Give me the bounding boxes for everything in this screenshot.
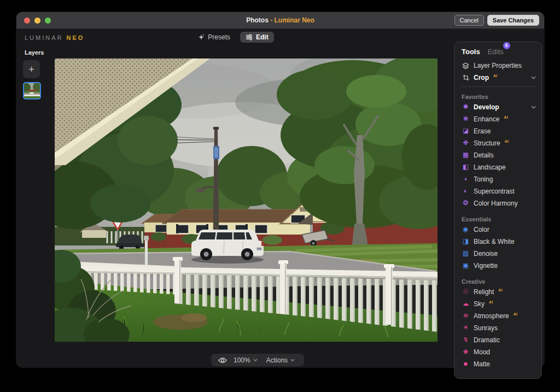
tool-item-label: Relight (474, 288, 494, 296)
crop-icon (462, 74, 470, 81)
zoom-level-dropdown[interactable]: 100% (231, 356, 260, 364)
section-heading-creative: Creative (462, 277, 536, 286)
tool-item-develop[interactable]: ✺ Develop (462, 101, 536, 113)
window-title-document: Luminar Neo (275, 16, 314, 24)
ai-badge: AI (493, 74, 498, 78)
relight-icon: ☉ (462, 289, 470, 295)
preview-toggle-button[interactable] (218, 357, 227, 364)
tool-item-layer-properties[interactable]: Layer Properties (462, 60, 536, 72)
tool-item-denoise[interactable]: ▨ Denoise (462, 248, 536, 260)
chevron-down-icon (290, 359, 295, 361)
presets-button[interactable]: Presets (194, 32, 235, 43)
dramatic-icon: ↯ (462, 337, 470, 343)
zoom-level-value: 100% (234, 356, 250, 364)
tool-item-dramatic[interactable]: ↯ Dramatic (462, 334, 536, 346)
supercontrast-icon: ◐ (462, 188, 470, 195)
edit-label: Edit (256, 33, 269, 41)
viewport-toolbar: 100% Actions (211, 354, 304, 366)
panel-divider (462, 86, 535, 87)
tab-edits-label: Edits (488, 48, 504, 56)
black-white-icon: ◨ (462, 238, 470, 245)
tool-item-erase[interactable]: ◪ Erase (462, 125, 536, 137)
sunrays-icon: ☀ (462, 325, 470, 331)
window-title-separator: - Luminar Neo (270, 16, 314, 24)
minimize-window-button[interactable] (34, 17, 40, 24)
photo-image (55, 58, 438, 342)
tool-item-label: Denoise (474, 250, 498, 258)
tool-item-atmosphere[interactable]: ≋ AtmosphereAI (462, 310, 536, 322)
tool-item-color-harmony[interactable]: ❂ Color Harmony (462, 197, 536, 209)
chevron-down-icon (253, 359, 258, 361)
tool-item-label: Develop (474, 103, 499, 111)
ai-badge: AI (514, 312, 518, 316)
ai-badge: AI (489, 300, 493, 304)
ai-badge: AI (504, 115, 508, 119)
edit-button[interactable]: Edit (240, 32, 274, 43)
tool-item-label: Color (474, 226, 489, 233)
tool-item-supercontrast[interactable]: ◐ Supercontrast (462, 185, 536, 197)
layers-stack-icon (462, 62, 470, 69)
tool-item-color[interactable]: ◉ Color (462, 224, 536, 236)
matte-icon: ■ (462, 361, 470, 367)
tool-item-toning[interactable]: ◗ Toning (462, 173, 536, 185)
title-bar: Photos - Luminar Neo Cancel Save Changes (16, 12, 544, 29)
enhance-icon: ❋ (462, 116, 470, 122)
tool-item-label: Black & White (474, 238, 515, 245)
section-heading-favorites: Favorites (462, 92, 536, 101)
color-harmony-icon: ❂ (462, 200, 470, 207)
tab-edits[interactable]: Edits 5 (488, 48, 504, 56)
zoom-window-button[interactable] (45, 17, 51, 24)
denoise-icon: ▨ (462, 250, 470, 257)
actions-dropdown[interactable]: Actions (264, 356, 297, 364)
app-window: Photos - Luminar Neo Cancel Save Changes… (16, 12, 544, 367)
sliders-icon (246, 34, 253, 40)
tool-item-label: Layer Properties (474, 62, 522, 69)
layers-panel-title: Layers (25, 49, 44, 56)
tool-item-enhance[interactable]: ❋ EnhanceAI (462, 113, 536, 125)
tool-item-matte[interactable]: ■ Matte (462, 358, 536, 370)
tool-item-details[interactable]: ▦ Details (462, 149, 536, 161)
chevron-down-icon (531, 76, 536, 79)
sky-icon: ☁ (462, 301, 470, 307)
tool-item-vignette[interactable]: ▣ Vignette (462, 260, 536, 272)
tool-item-mood[interactable]: ❀ Mood (462, 346, 536, 358)
edits-count-badge: 5 (503, 42, 510, 49)
tool-item-label: Dramatic (474, 336, 500, 344)
ai-badge: AI (505, 139, 509, 143)
tool-item-relight[interactable]: ☉ RelightAI (462, 286, 536, 298)
tool-item-landscape[interactable]: ◧ Landscape (462, 161, 536, 173)
tool-item-label: Details (474, 151, 494, 159)
tool-item-black-and-white[interactable]: ◨ Black & White (462, 236, 536, 248)
tool-item-label: Color Harmony (474, 200, 518, 207)
tool-item-label: Mood (474, 348, 490, 356)
tool-item-label: Erase (474, 127, 491, 135)
layer-thumbnail-image (24, 83, 40, 98)
tab-tools[interactable]: Tools (462, 48, 480, 56)
cancel-button[interactable]: Cancel (454, 15, 484, 26)
landscape-icon: ◧ (462, 164, 470, 171)
atmosphere-icon: ≋ (462, 313, 470, 319)
tool-item-label: Enhance (474, 115, 499, 123)
add-layer-button[interactable]: + (23, 60, 40, 78)
tool-item-sky[interactable]: ☁ SkyAI (462, 298, 536, 310)
tool-item-crop[interactable]: CropAI (462, 72, 536, 84)
details-icon: ▦ (462, 152, 470, 159)
presets-label: Presets (208, 33, 230, 41)
tool-item-sunrays[interactable]: ☀ Sunrays (462, 322, 536, 334)
photo-canvas[interactable] (55, 58, 438, 342)
tool-item-label: Structure (474, 139, 500, 147)
mood-icon: ❀ (462, 349, 470, 355)
eye-icon (218, 357, 227, 364)
develop-icon: ✺ (462, 104, 470, 110)
tool-item-label: Crop (474, 74, 489, 81)
save-changes-button[interactable]: Save Changes (487, 15, 539, 26)
tool-item-structure[interactable]: ✤ StructureAI (462, 137, 536, 149)
layer-thumbnail[interactable] (23, 82, 41, 100)
toning-icon: ◗ (462, 176, 470, 183)
close-window-button[interactable] (24, 17, 30, 24)
ai-badge: AI (498, 288, 503, 292)
actions-label: Actions (266, 356, 288, 364)
tool-item-label: Sky (474, 300, 485, 308)
erase-icon: ◪ (462, 128, 470, 134)
vignette-icon: ▣ (462, 262, 470, 269)
